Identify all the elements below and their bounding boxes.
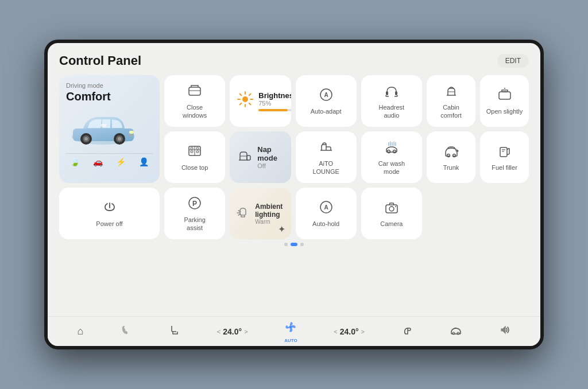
svg-point-43 [452, 154, 455, 157]
svg-line-23 [240, 103, 242, 105]
right-temp-control[interactable]: < 24.0° > [334, 327, 365, 336]
dot-1 [284, 243, 288, 246]
volume-icon [498, 324, 511, 339]
car-wash-mode-card[interactable]: Car washmode [361, 131, 422, 183]
auto-hold-icon: A [318, 199, 334, 217]
edit-button[interactable]: EDIT [497, 54, 529, 68]
aito-lounge-icon [318, 139, 334, 157]
close-top-icon [187, 143, 203, 161]
svg-point-42 [447, 154, 450, 157]
headrest-audio-label: Headrestaudio [379, 103, 405, 120]
svg-rect-45 [500, 147, 507, 157]
close-top-label: Close top [181, 164, 208, 172]
svg-point-15 [242, 96, 248, 102]
ambient-lighting-card[interactable]: Ambient lighting Warm ✦ [230, 188, 291, 239]
close-windows-label: Closewindows [183, 103, 207, 120]
fuel-filler-card[interactable]: Fuel filler [480, 131, 529, 183]
headrest-audio-card[interactable]: Headrestaudio [361, 75, 422, 127]
fan-icon [284, 320, 297, 337]
brightness-card[interactable]: Brightness 75% [230, 75, 291, 127]
right-temp-value: 24.0° [340, 327, 359, 336]
power-off-label: Power off [96, 220, 122, 228]
svg-rect-37 [191, 151, 193, 153]
brightness-fill [258, 109, 288, 111]
car-button[interactable] [450, 324, 462, 339]
ambient-lighting-info: Ambient lighting Warm [255, 203, 285, 225]
power-off-card[interactable]: Power off [59, 188, 160, 239]
driving-mode-icons: 🍃 🚗 ⚡ 👤 [66, 153, 153, 166]
ambient-lighting-title: Ambient lighting [255, 203, 285, 219]
open-slightly-icon [497, 87, 513, 105]
brightness-icon [237, 91, 254, 111]
nap-mode-card[interactable]: Nap mode Off [230, 131, 291, 183]
nap-mode-title: Nap mode [257, 145, 284, 162]
close-windows-icon [187, 83, 203, 101]
auto-adapt-icon: A [318, 87, 334, 105]
close-top-card[interactable]: Close top [164, 131, 225, 183]
svg-line-21 [249, 103, 251, 105]
auto-adapt-card[interactable]: A Auto-adapt [296, 75, 357, 127]
svg-point-41 [393, 150, 396, 153]
svg-text:A: A [324, 92, 328, 98]
nap-mode-info: Nap mode Off [257, 145, 284, 169]
aito-lounge-label: AiTOLOUNGE [312, 160, 339, 176]
svg-rect-38 [196, 151, 199, 153]
nap-mode-icon [237, 147, 253, 167]
fuel-filler-icon [497, 143, 513, 161]
driving-mode-card[interactable]: Driving mode Comfort [59, 75, 160, 183]
svg-line-22 [249, 94, 251, 96]
dot-3 [300, 243, 304, 246]
auto-label: AUTO [284, 338, 297, 343]
svg-point-4 [84, 137, 88, 141]
brightness-bar [258, 109, 291, 111]
parking-assist-card[interactable]: P Parkingassist [164, 188, 225, 239]
dot-2 [291, 243, 297, 246]
seat-button[interactable] [168, 324, 181, 339]
page-title: Control Panel [59, 53, 141, 68]
trunk-card[interactable]: Trunk [427, 131, 475, 183]
svg-rect-11 [189, 87, 200, 95]
brightness-value: 75% [258, 100, 291, 107]
svg-rect-35 [191, 147, 193, 149]
bottom-bar: ⌂ < 24.0° > [48, 316, 540, 346]
fuel-filler-label: Fuel filler [492, 164, 517, 172]
svg-point-56 [289, 325, 292, 328]
pagination [59, 239, 529, 250]
left-temp-control[interactable]: < 24.0° > [217, 327, 248, 336]
seat-icon [168, 324, 181, 339]
svg-point-58 [457, 332, 459, 334]
volume-button[interactable] [498, 324, 511, 339]
car-icon: 🚗 [93, 157, 103, 166]
headrest-audio-icon [384, 83, 400, 101]
svg-text:P: P [192, 200, 197, 208]
fan-control[interactable]: AUTO [284, 320, 297, 343]
auto-hold-card[interactable]: A Auto-hold [296, 188, 357, 239]
leaf-icon: 🍃 [70, 157, 80, 166]
foot-button[interactable] [401, 324, 413, 339]
home-button[interactable]: ⌂ [77, 325, 83, 337]
svg-rect-36 [196, 147, 199, 149]
cabin-comfort-label: Cabincomfort [440, 103, 462, 120]
screen-outer: Control Panel EDIT Driving mode Comfort [44, 40, 544, 349]
foot-icon [401, 324, 413, 339]
auto-hold-label: Auto-hold [312, 220, 339, 228]
heat-button[interactable] [119, 324, 132, 339]
svg-rect-30 [499, 92, 510, 99]
person-icon: 👤 [139, 157, 149, 166]
aito-lounge-card[interactable]: AiTOLOUNGE [296, 131, 357, 183]
open-slightly-card[interactable]: Open slightly [480, 75, 529, 127]
camera-icon [384, 199, 400, 217]
svg-line-20 [240, 94, 242, 96]
cabin-comfort-card[interactable]: Cabincomfort [427, 75, 475, 127]
ambient-lighting-icon [235, 205, 250, 223]
svg-point-7 [118, 137, 121, 141]
auto-adapt-label: Auto-adapt [311, 107, 342, 115]
nap-mode-value: Off [257, 162, 284, 169]
cabin-comfort-icon [443, 83, 459, 101]
close-windows-card[interactable]: Closewindows [164, 75, 225, 127]
car-wash-mode-icon [384, 139, 400, 157]
brightness-info: Brightness 75% [258, 91, 291, 111]
svg-rect-25 [395, 91, 397, 95]
camera-card[interactable]: Camera [361, 188, 422, 239]
svg-rect-9 [128, 134, 133, 136]
